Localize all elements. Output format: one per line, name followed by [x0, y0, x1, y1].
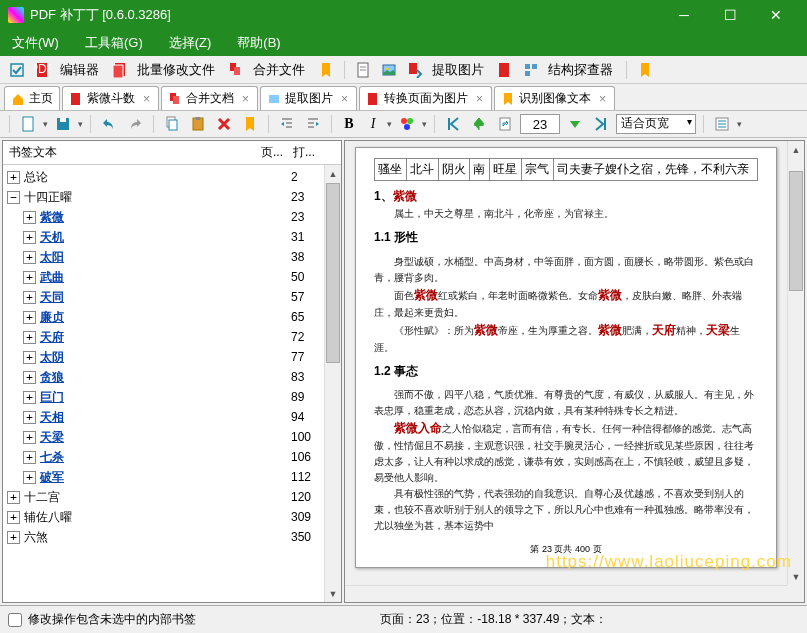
expand-icon[interactable]: +: [23, 411, 36, 424]
scroll-up-icon[interactable]: ▲: [788, 141, 804, 158]
bookmark-item[interactable]: +武曲50: [3, 267, 341, 287]
zoom-select[interactable]: 适合页宽: [616, 114, 696, 134]
expand-icon[interactable]: +: [23, 211, 36, 224]
scrollbar-h[interactable]: [345, 585, 787, 602]
goto-icon[interactable]: [494, 113, 516, 135]
expand-icon[interactable]: +: [23, 391, 36, 404]
bookmark-icon2[interactable]: [634, 59, 656, 81]
expand-icon[interactable]: +: [23, 451, 36, 464]
bookmark-item[interactable]: +总论2: [3, 167, 341, 187]
scrollbar-v[interactable]: ▲ ▼: [324, 165, 341, 602]
structure-label[interactable]: 结构探查器: [546, 61, 619, 79]
merge-icon[interactable]: [225, 59, 247, 81]
bookmark-tree[interactable]: +总论2−十四正曜23+紫微23+天机31+太阳38+武曲50+天同57+廉贞6…: [3, 165, 341, 602]
close-icon[interactable]: ×: [474, 92, 485, 106]
prev-page-icon[interactable]: [468, 113, 490, 135]
bookmark-add-icon[interactable]: [239, 113, 261, 135]
doc-icon[interactable]: [352, 59, 374, 81]
tab-extract[interactable]: 提取图片×: [260, 86, 357, 110]
bookmark-item[interactable]: +巨门89: [3, 387, 341, 407]
struct-icon[interactable]: [520, 59, 542, 81]
bookmark-item[interactable]: +六煞350: [3, 527, 341, 547]
convert-icon[interactable]: [404, 59, 426, 81]
undo-icon[interactable]: [98, 113, 120, 135]
close-icon[interactable]: ×: [597, 92, 608, 106]
tab-home[interactable]: 主页: [4, 86, 60, 110]
tab-ziwei[interactable]: 紫微斗数×: [62, 86, 159, 110]
last-page-icon[interactable]: [590, 113, 612, 135]
expand-icon[interactable]: +: [23, 371, 36, 384]
expand-icon[interactable]: +: [7, 511, 20, 524]
bookmark-item[interactable]: +辅佐八曜309: [3, 507, 341, 527]
bookmark-item[interactable]: +天相94: [3, 407, 341, 427]
menu-file[interactable]: 文件(W): [6, 32, 65, 54]
props-icon[interactable]: [711, 113, 733, 135]
bookmark-item[interactable]: +太阳38: [3, 247, 341, 267]
menu-toolbox[interactable]: 工具箱(G): [79, 32, 149, 54]
scroll-down-icon[interactable]: ▼: [788, 568, 804, 585]
save-icon[interactable]: [52, 113, 74, 135]
color-icon[interactable]: [396, 113, 418, 135]
pdf-batch-icon[interactable]: [109, 59, 131, 81]
bookmark-item[interactable]: −十四正曜23: [3, 187, 341, 207]
expand-icon[interactable]: +: [23, 311, 36, 324]
pdf-icon2[interactable]: [494, 59, 516, 81]
bookmark-item[interactable]: +破军112: [3, 467, 341, 487]
redo-icon[interactable]: [124, 113, 146, 135]
expand-icon[interactable]: +: [7, 491, 20, 504]
italic-icon[interactable]: I: [363, 113, 383, 135]
expand-icon[interactable]: +: [23, 471, 36, 484]
delete-icon[interactable]: [213, 113, 235, 135]
close-icon[interactable]: ×: [141, 92, 152, 106]
batch-label[interactable]: 批量修改文件: [135, 61, 221, 79]
page-number-input[interactable]: [520, 114, 560, 134]
bookmark-item[interactable]: +十二宫120: [3, 487, 341, 507]
scroll-thumb[interactable]: [789, 171, 803, 291]
tab-convert[interactable]: 转换页面为图片×: [359, 86, 492, 110]
bookmark-item[interactable]: +太阴77: [3, 347, 341, 367]
indent-right-icon[interactable]: [302, 113, 324, 135]
editor-label[interactable]: 编辑器: [58, 61, 105, 79]
scroll-thumb[interactable]: [326, 183, 340, 363]
close-icon[interactable]: ×: [339, 92, 350, 106]
extract-label[interactable]: 提取图片: [430, 61, 490, 79]
tab-merge[interactable]: 合并文档×: [161, 86, 258, 110]
expand-icon[interactable]: +: [23, 291, 36, 304]
close-button[interactable]: ✕: [753, 0, 799, 30]
expand-icon[interactable]: +: [23, 431, 36, 444]
expand-icon[interactable]: +: [7, 171, 20, 184]
bold-icon[interactable]: B: [339, 113, 359, 135]
new-icon[interactable]: [17, 113, 39, 135]
bookmark-item[interactable]: +天同57: [3, 287, 341, 307]
merge-label[interactable]: 合并文件: [251, 61, 311, 79]
bookmark-item[interactable]: +天梁100: [3, 427, 341, 447]
close-icon[interactable]: ×: [240, 92, 251, 106]
scroll-down-icon[interactable]: ▼: [325, 585, 341, 602]
scrollbar-v[interactable]: ▲ ▼: [787, 141, 804, 585]
bookmark-item[interactable]: +廉贞65: [3, 307, 341, 327]
bookmark-item[interactable]: +天机31: [3, 227, 341, 247]
minimize-button[interactable]: ─: [661, 0, 707, 30]
expand-icon[interactable]: +: [23, 251, 36, 264]
expand-icon[interactable]: +: [7, 531, 20, 544]
expand-icon[interactable]: +: [23, 331, 36, 344]
pdf-red-icon[interactable]: PDF: [32, 59, 54, 81]
maximize-button[interactable]: ☐: [707, 0, 753, 30]
menu-select[interactable]: 选择(Z): [163, 32, 218, 54]
check-icon[interactable]: [6, 59, 28, 81]
scroll-up-icon[interactable]: ▲: [325, 165, 341, 182]
expand-icon[interactable]: +: [23, 271, 36, 284]
bookmark-icon[interactable]: [315, 59, 337, 81]
include-unselected-checkbox[interactable]: 修改操作包含未选中的内部书签: [8, 611, 196, 628]
paste-icon[interactable]: [187, 113, 209, 135]
next-page-icon[interactable]: [564, 113, 586, 135]
expand-icon[interactable]: −: [7, 191, 20, 204]
tab-ocr[interactable]: 识别图像文本×: [494, 86, 615, 110]
bookmark-item[interactable]: +紫微23: [3, 207, 341, 227]
expand-icon[interactable]: +: [23, 351, 36, 364]
bookmark-item[interactable]: +七杀106: [3, 447, 341, 467]
image-icon[interactable]: [378, 59, 400, 81]
indent-left-icon[interactable]: [276, 113, 298, 135]
bookmark-item[interactable]: +贪狼83: [3, 367, 341, 387]
copy-icon[interactable]: [161, 113, 183, 135]
